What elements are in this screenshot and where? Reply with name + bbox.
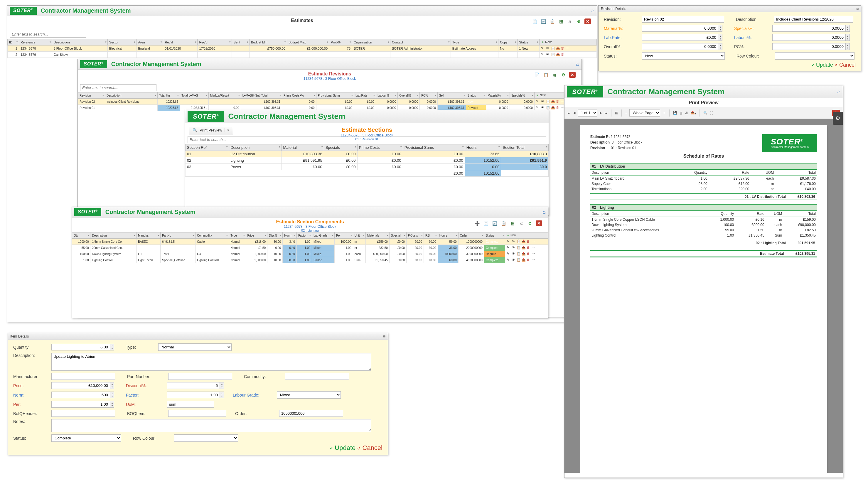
column-header[interactable]: PartNo▾ (161, 233, 195, 239)
filter-icon[interactable]: ▾ (404, 234, 405, 237)
filter-icon[interactable]: ▾ (294, 234, 296, 237)
home-icon[interactable]: ⌂ (837, 89, 840, 95)
factor-spinner[interactable]: ▴▾ (167, 392, 224, 398)
column-header[interactable]: Area▾ (136, 39, 163, 45)
close-icon[interactable]: ✕ (584, 19, 591, 24)
new-column[interactable]: ＋ New (539, 39, 596, 45)
description-input[interactable] (774, 16, 853, 23)
edit-icon[interactable]: ✎ (507, 246, 511, 250)
excel-icon[interactable]: ▦ (552, 72, 557, 78)
delete-icon[interactable]: 🗑 (561, 53, 565, 57)
filter-icon[interactable]: ▾ (247, 40, 248, 43)
update-button[interactable]: ✔ Update (330, 444, 355, 452)
rowcolour-select[interactable] (174, 434, 238, 442)
edit-icon[interactable]: ✎ (541, 53, 545, 57)
export-icon[interactable]: 📤 (522, 240, 526, 244)
filter-icon[interactable]: ▾ (400, 145, 402, 148)
column-header[interactable]: Contact▾ (391, 39, 451, 45)
column-header[interactable]: Hours▾ (438, 233, 458, 239)
filter-icon[interactable]: ▾ (350, 40, 351, 43)
edit-icon[interactable]: ✎ (507, 258, 511, 262)
edit-icon[interactable]: ✎ (507, 240, 511, 244)
column-header[interactable]: L+M+S% Sub Total▾ (241, 92, 282, 99)
filter-icon[interactable]: ▾ (484, 94, 485, 97)
search-icon[interactable]: 🔍 (703, 111, 707, 115)
export-icon[interactable]: 📤 (522, 258, 526, 262)
filter-icon[interactable]: ▾ (158, 234, 159, 237)
column-header[interactable]: Per▾ (335, 233, 353, 239)
copy-icon[interactable]: 📋 (549, 19, 555, 24)
refresh-icon[interactable]: 🔄 (540, 19, 546, 24)
view-icon[interactable]: 👁 (512, 246, 516, 250)
excel-icon[interactable]: ▦ (509, 220, 515, 226)
quick-print-icon[interactable]: 🖶 (685, 111, 688, 115)
filter-icon[interactable]: ▾ (498, 145, 500, 148)
filter-icon[interactable]: ▾ (395, 94, 397, 97)
filter-icon[interactable]: ▾ (279, 94, 281, 97)
filter-icon[interactable]: ▾ (351, 94, 353, 97)
order-input[interactable] (279, 410, 343, 417)
column-header[interactable]: Budget Max▾ (287, 39, 329, 45)
column-header[interactable]: Type▾ (451, 39, 498, 45)
view-icon[interactable]: 👁 (541, 106, 545, 110)
home-icon[interactable]: ⌂ (576, 61, 579, 67)
delete-icon[interactable]: 🗑 (527, 252, 531, 256)
add-icon[interactable]: ➕ (474, 220, 480, 226)
column-header[interactable]: Description▾ (90, 233, 136, 239)
status-select[interactable]: Complete (51, 434, 121, 442)
sections-grid[interactable]: Section Ref▾Description▾Material▾Special… (185, 144, 549, 177)
column-header[interactable]: PC%▾ (420, 92, 438, 99)
filter-icon[interactable]: ▾ (482, 234, 483, 237)
delete-icon[interactable]: 🗑 (527, 258, 531, 262)
view-icon[interactable]: 👁 (512, 258, 516, 262)
column-header[interactable]: Description▾ (229, 145, 281, 151)
quantity-spinner[interactable]: ▴▾ (51, 344, 114, 350)
column-header[interactable]: Status▾ (466, 92, 486, 99)
price-spinner[interactable]: ▴▾ (51, 382, 114, 389)
column-header[interactable]: Section Total▾ (501, 145, 549, 151)
more-icon[interactable]: ⋯ (532, 252, 536, 256)
filter-icon[interactable]: ▾ (464, 94, 465, 97)
filter-icon[interactable]: ▾ (279, 145, 280, 148)
filter-icon[interactable]: ▾ (177, 94, 179, 97)
zoom-select[interactable]: Whole Page (629, 109, 660, 117)
view-icon[interactable]: 👁 (541, 99, 545, 103)
filter-icon[interactable]: ▾ (456, 234, 457, 237)
column-header[interactable]: Material▾ (281, 145, 324, 151)
edit-icon[interactable]: ✎ (536, 99, 540, 103)
prev-page-icon[interactable]: ◀ (573, 111, 575, 115)
column-header[interactable]: Description▾ (105, 92, 158, 99)
filter-icon[interactable]: ▾ (226, 145, 228, 148)
column-header[interactable]: Sector▾ (107, 39, 136, 45)
filter-icon[interactable]: ▾ (50, 40, 51, 43)
search-input[interactable] (10, 31, 86, 37)
column-header[interactable]: Provisional Sums▾ (403, 145, 465, 151)
filter-icon[interactable]: ▾ (134, 40, 135, 43)
column-header[interactable]: Labour%▾ (376, 92, 398, 99)
column-header[interactable]: Prime Costs+%▾ (282, 92, 316, 99)
settings-icon[interactable]: ⚙ (560, 72, 566, 78)
copy-icon[interactable]: 📋 (517, 246, 521, 250)
filter-icon[interactable]: ▾ (226, 234, 228, 237)
filter-icon[interactable]: ▾ (448, 40, 450, 43)
first-page-icon[interactable]: ⏮ (567, 111, 571, 115)
column-header[interactable]: Req'd▾ (197, 39, 232, 45)
filter-icon[interactable]: ▾ (321, 145, 323, 148)
close-icon[interactable]: ⊠ (383, 334, 385, 338)
column-header[interactable]: Type▾ (229, 233, 246, 239)
column-header[interactable]: Markup/Result▾ (209, 92, 241, 99)
filter-icon[interactable]: ▾ (284, 40, 286, 43)
filter-icon[interactable]: ▾ (332, 234, 334, 237)
column-header[interactable]: Disc%▾ (268, 233, 283, 239)
column-header[interactable]: ID▾ (8, 39, 19, 45)
copy-icon[interactable]: 📋 (517, 252, 521, 256)
rowcolour-select[interactable] (775, 52, 855, 60)
home-icon[interactable]: ⌂ (542, 209, 546, 215)
delete-icon[interactable]: 🗑 (556, 106, 560, 110)
filter-icon[interactable]: ▾ (229, 40, 231, 43)
table-row[interactable]: 01LV Distribution£10,803.36£0.00 £0.00£0… (186, 151, 549, 157)
status-select[interactable]: New (642, 52, 725, 60)
filter-icon[interactable]: ▾ (435, 234, 437, 237)
table-row[interactable]: Revision 02Includes Client Revisions1022… (78, 99, 582, 105)
edit-icon[interactable]: ✎ (507, 252, 511, 256)
